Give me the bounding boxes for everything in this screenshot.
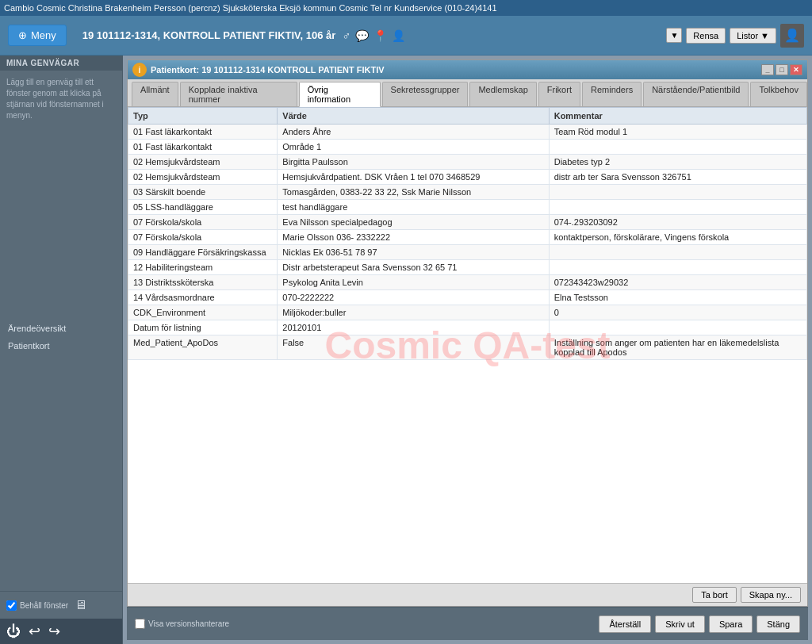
sidebar-bottom: Behåll fönster 🖥 — [0, 591, 122, 619]
cell-varde: Nicklas Ek 036-51 78 97 — [278, 245, 549, 260]
table-row: 07 Förskola/skolaEva Nilsson specialpeda… — [128, 215, 807, 230]
gender-icon[interactable]: ♂ — [342, 29, 350, 42]
cell-typ: 01 Fast läkarkontakt — [128, 125, 278, 140]
cell-varde: Eva Nilsson specialpedagog — [278, 215, 549, 230]
card-info-icon: i — [132, 63, 147, 77]
tab-allman[interactable]: Allmänt — [132, 82, 178, 106]
tab-ovrig-information[interactable]: Övrig information — [299, 82, 381, 107]
table-row: 05 LSS-handläggaretest handläggare — [128, 200, 807, 215]
cell-kommentar: Inställning som anger om patienten har e… — [549, 335, 806, 360]
version-checkbox-label[interactable]: Visa versionshanterare — [135, 619, 229, 629]
tab-narstande[interactable]: Närstående/Patientbild — [643, 82, 749, 106]
patient-info: 19 101112-1314, KONTROLL PATIENT FIKTIV,… — [82, 29, 667, 42]
user-avatar: 👤 — [780, 24, 804, 48]
cell-typ: 03 Särskilt boende — [128, 185, 278, 200]
tab-medlemskap[interactable]: Medlemskap — [469, 82, 536, 106]
table-row: 14 Vårdsasmordnare070-2222222Elna Testss… — [128, 290, 807, 305]
col-header-kommentar: Kommentar — [549, 108, 806, 125]
back-icon[interactable]: ↩ — [29, 623, 40, 640]
cell-kommentar — [549, 140, 806, 155]
col-header-typ: Typ — [128, 108, 278, 125]
cell-kommentar: 0 — [549, 305, 806, 320]
sidebar-hint: Lägg till en genväg till ett fönster gen… — [0, 71, 122, 316]
title-text: Cambio Cosmic Christina Brakenheim Perss… — [4, 3, 497, 13]
location-icon[interactable]: 📍 — [373, 29, 387, 42]
table-row: Datum för listning20120101 — [128, 320, 807, 335]
cell-varde: Psykolog Anita Levin — [278, 275, 549, 290]
minimize-button[interactable]: _ — [761, 64, 774, 75]
tab-sekretessgrupper[interactable]: Sekretessgrupper — [382, 82, 469, 106]
meny-button[interactable]: ⊕ Meny — [8, 25, 67, 46]
close-button[interactable]: ✕ — [790, 64, 802, 75]
cell-typ: 05 LSS-handläggare — [128, 200, 278, 215]
cell-typ: 09 Handläggare Försäkringskassa — [128, 245, 278, 260]
cell-varde: Miljökoder:buller — [278, 305, 549, 320]
cell-typ: 13 Distriktssköterska — [128, 275, 278, 290]
table-row: 03 Särskilt boendeTomasgården, 0383-22 3… — [128, 185, 807, 200]
top-toolbar: ⊕ Meny 19 101112-1314, KONTROLL PATIENT … — [0, 16, 812, 56]
table-row: 12 HabiliteringsteamDistr arbetsterapeut… — [128, 260, 807, 275]
spara-button[interactable]: Spara — [709, 615, 753, 633]
keep-window-checkbox[interactable] — [6, 600, 17, 611]
table-row: 07 Förskola/skolaMarie Olsson 036- 23322… — [128, 230, 807, 245]
skapa-ny-button[interactable]: Skapa ny... — [741, 587, 801, 603]
table-row: 02 HemsjukvårdsteamHemsjukvårdpatient. D… — [128, 170, 807, 185]
sidebar-nav-icons: ⏻ ↩ ↪ — [0, 619, 122, 644]
cell-varde: 20120101 — [278, 320, 549, 335]
rensa-button[interactable]: Rensa — [686, 28, 726, 44]
tab-tolkbehov[interactable]: Tolkbehov — [750, 82, 807, 106]
table-row: 09 Handläggare FörsäkringskassaNicklas E… — [128, 245, 807, 260]
ta-bort-button[interactable]: Ta bort — [692, 587, 737, 603]
cell-kommentar — [549, 245, 806, 260]
tab-reminders[interactable]: Reminders — [582, 82, 642, 106]
cell-varde: Marie Olsson 036- 2332222 — [278, 230, 549, 245]
forward-icon[interactable]: ↪ — [48, 623, 60, 640]
tab-frikort[interactable]: Frikort — [538, 82, 580, 106]
cell-kommentar: Team Röd modul 1 — [549, 125, 806, 140]
sidebar-item-arendeoverikt[interactable]: Ärendeöversikt — [0, 320, 122, 337]
patient-icons: ♂ 💬 📍 👤 — [342, 29, 405, 42]
cell-typ: CDK_Environment — [128, 305, 278, 320]
cell-kommentar: 074-.293203092 — [549, 215, 806, 230]
status-left: Visa versionshanterare — [135, 619, 591, 629]
table-row: 02 HemsjukvårdsteamBirgitta PaulssonDiab… — [128, 155, 807, 170]
sidebar: MINA GENVÄGAR Lägg till en genväg till e… — [0, 56, 123, 644]
table-row: 01 Fast läkarkontaktOmråde 1 — [128, 140, 807, 155]
dropdown-arrow-button[interactable]: ▼ — [666, 28, 682, 43]
card-bottom-bar: Ta bort Skapa ny... — [128, 583, 807, 606]
cell-typ: 01 Fast läkarkontakt — [128, 140, 278, 155]
table-row: 13 DistriktssköterskaPsykolog Anita Levi… — [128, 275, 807, 290]
cell-typ: 07 Förskola/skola — [128, 230, 278, 245]
skriv-ut-button[interactable]: Skriv ut — [655, 615, 705, 633]
stang-button[interactable]: Stäng — [756, 615, 800, 633]
cell-varde: Tomasgården, 0383-22 33 22, Ssk Marie Ni… — [278, 185, 549, 200]
title-bar: Cambio Cosmic Christina Brakenheim Perss… — [0, 0, 812, 16]
cell-varde: Birgitta Paulsson — [278, 155, 549, 170]
tab-kopplade[interactable]: Kopplade inaktiva nummer — [180, 82, 297, 106]
data-table-container: Typ Värde Kommentar 01 Fast läkarkontakt… — [128, 107, 807, 583]
cell-kommentar: kontaktperson, förskolärare, Vingens för… — [549, 230, 806, 245]
cell-typ: 12 Habiliteringsteam — [128, 260, 278, 275]
keep-window-label[interactable]: Behåll fönster — [6, 600, 68, 611]
cell-varde: Område 1 — [278, 140, 549, 155]
cell-typ: Med_Patient_ApoDos — [128, 335, 278, 360]
message-icon[interactable]: 💬 — [355, 29, 369, 42]
cell-varde: Hemsjukvårdpatient. DSK Vråen 1 tel 070 … — [278, 170, 549, 185]
aterstall-button[interactable]: Återställ — [599, 615, 651, 633]
maximize-button[interactable]: □ — [776, 64, 788, 75]
cell-varde: test handläggare — [278, 200, 549, 215]
sidebar-header: MINA GENVÄGAR — [0, 56, 122, 71]
sidebar-item-patientkort[interactable]: Patientkort — [0, 337, 122, 355]
person-icon[interactable]: 👤 — [392, 29, 405, 42]
cell-varde: Distr arbetsterapeut Sara Svensson 32 65… — [278, 260, 549, 275]
card-titlebar: i Patientkort: 19 101112-1314 KONTROLL P… — [128, 60, 807, 79]
plus-icon: ⊕ — [18, 29, 27, 41]
home-icon[interactable]: ⏻ — [6, 623, 21, 640]
cell-typ: 02 Hemsjukvårdsteam — [128, 170, 278, 185]
cell-varde: Anders Åhre — [278, 125, 549, 140]
version-checkbox[interactable] — [135, 619, 145, 629]
card-title-left: i Patientkort: 19 101112-1314 KONTROLL P… — [132, 63, 385, 77]
table-row: Med_Patient_ApoDosFalseInställning som a… — [128, 335, 807, 360]
listor-button[interactable]: Listor ▼ — [730, 28, 776, 44]
main-layout: MINA GENVÄGAR Lägg till en genväg till e… — [0, 56, 812, 644]
